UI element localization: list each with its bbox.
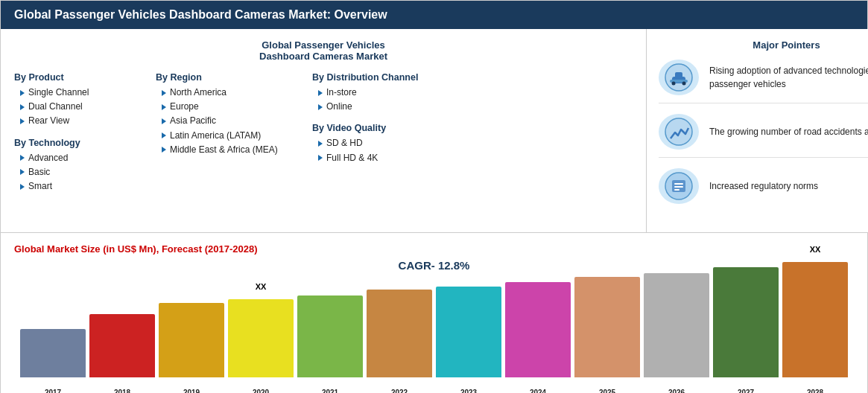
bar-2020: XX — [228, 258, 294, 377]
year-label-2020: 2020 — [228, 389, 294, 393]
svg-rect-11 — [674, 189, 679, 191]
top-section: Global Passenger Vehicles Dashboard Came… — [1, 29, 867, 233]
pointer-icon-2 — [659, 114, 699, 150]
category-technology: By Technology Advanced Basic Smart — [14, 138, 148, 194]
list-item: Basic — [20, 165, 148, 179]
list-item: In-store — [318, 86, 476, 100]
list-item: Latin America (LATAM) — [162, 129, 305, 143]
list-item: Advanced — [20, 151, 148, 165]
list-item: Full HD & 4K — [318, 151, 476, 165]
pointer-text-1: Rising adoption of advanced technologies… — [709, 64, 868, 91]
bar-2023 — [436, 258, 501, 377]
category-video-quality: By Video Quality SD & HD Full HD & 4K — [312, 123, 476, 164]
svg-point-4 — [682, 82, 686, 86]
svg-rect-10 — [674, 186, 683, 188]
left-panel: Global Passenger Vehicles Dashboard Came… — [1, 29, 647, 232]
year-label-2017: 2017 — [20, 389, 86, 393]
col-1: By Product Single Channel Dual Channel R… — [14, 72, 148, 202]
category-distribution: By Distribution Channel In-store Online — [312, 72, 476, 114]
chart-wrapper: CAGR- 12.8% XXXX 20172018201920202021202… — [14, 259, 854, 393]
list-item: Asia Pacific — [162, 114, 305, 128]
category-product: By Product Single Channel Dual Channel R… — [14, 72, 148, 129]
list-item: North America — [162, 86, 305, 100]
list-item: Rear View — [20, 114, 148, 128]
bar-2021 — [297, 258, 363, 377]
dashboard-container: Global Passenger Vehicles Dashboard Came… — [0, 0, 868, 393]
pointer-icon-3 — [659, 168, 699, 204]
year-label-2018: 2018 — [89, 389, 155, 393]
bar-2024 — [505, 258, 571, 377]
year-label-2025: 2025 — [574, 389, 640, 393]
list-item: SD & HD — [318, 136, 476, 150]
list-item: Middle East & Africa (MEA) — [162, 143, 305, 157]
col-2: By Region North America Europe Asia Paci… — [156, 72, 305, 202]
year-label-2026: 2026 — [644, 389, 709, 393]
pointer-text-2: The growing number of road accidents and… — [709, 125, 868, 138]
bar-2017 — [20, 258, 86, 377]
year-label-2028: 2028 — [782, 389, 848, 393]
svg-point-3 — [672, 82, 676, 86]
bar-2025 — [574, 258, 640, 377]
header-title: Global Passenger Vehicles Dashboard Came… — [14, 8, 387, 21]
svg-point-6 — [665, 118, 692, 145]
pointer-item-3: Increased regulatory norms — [659, 168, 868, 211]
center-title: Global Passenger Vehicles Dashboard Came… — [14, 39, 633, 62]
bar-2027 — [713, 258, 779, 377]
list-item: Dual Channel — [20, 100, 148, 114]
bar-2026 — [644, 258, 709, 377]
list-item: Europe — [162, 100, 305, 114]
list-item: Smart — [20, 179, 148, 194]
year-label-2021: 2021 — [297, 389, 363, 393]
svg-rect-5 — [675, 72, 682, 78]
pointer-item-2: The growing number of road accidents and… — [659, 114, 868, 158]
list-item: Online — [318, 100, 476, 114]
pointer-item-1: Rising adoption of advanced technologies… — [659, 60, 868, 103]
bar-2028: XX — [782, 258, 848, 377]
pointer-icon-1 — [659, 60, 699, 95]
list-item: Single Channel — [20, 86, 148, 100]
year-label-2027: 2027 — [713, 389, 779, 393]
category-region: By Region North America Europe Asia Paci… — [156, 72, 305, 157]
categories-grid: By Product Single Channel Dual Channel R… — [14, 72, 633, 202]
bar-2019 — [159, 258, 224, 377]
bar-2018 — [89, 258, 155, 377]
chart-year-labels: 2017201820192020202120222023202420252026… — [14, 389, 854, 393]
col-3: By Distribution Channel In-store Online … — [312, 72, 476, 202]
year-label-2023: 2023 — [436, 389, 501, 393]
page-header: Global Passenger Vehicles Dashboard Came… — [1, 1, 867, 29]
chart-title: Global Market Size (in US$ Mn), Forecast… — [14, 243, 854, 255]
year-label-2019: 2019 — [159, 389, 224, 393]
year-label-2024: 2024 — [505, 389, 571, 393]
pointer-text-3: Increased regulatory norms — [709, 179, 818, 193]
major-pointers-title: Major Pointers — [659, 39, 868, 51]
right-panel: Major Pointers Rising adoption of advanc… — [647, 29, 868, 232]
chart-bars: XXXX — [14, 258, 854, 377]
bar-2022 — [367, 258, 432, 377]
chart-section: Global Market Size (in US$ Mn), Forecast… — [1, 233, 867, 393]
year-label-2022: 2022 — [367, 389, 432, 393]
svg-rect-9 — [674, 183, 683, 185]
